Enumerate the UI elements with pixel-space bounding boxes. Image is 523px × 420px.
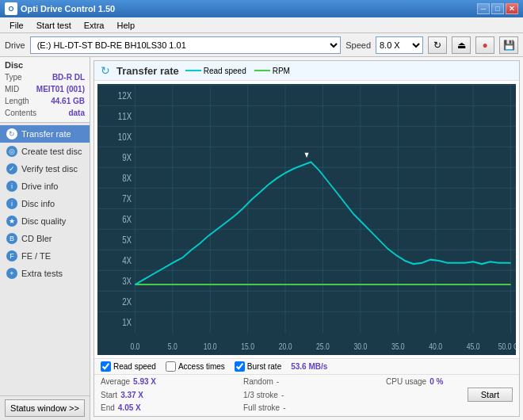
svg-text:15.0: 15.0	[241, 342, 254, 351]
disc-type-row: Type BD-R DL	[5, 71, 85, 83]
stats-row-2: Start 3.37 X 1/3 stroke - Start	[101, 388, 513, 402]
stat-full-stroke-label: Full stroke	[243, 403, 280, 412]
burn-button[interactable]: ●	[475, 36, 494, 54]
svg-text:2X: 2X	[122, 296, 132, 307]
speed-label: Speed	[345, 40, 371, 50]
read-speed-checkbox[interactable]	[101, 361, 111, 372]
nav-label-create-test-disc: Create test disc	[21, 147, 82, 156]
burst-rate-checkbox[interactable]	[235, 361, 245, 372]
legend-read-speed: Read speed	[185, 67, 246, 75]
nav-label-disc-info: Disc info	[21, 199, 55, 208]
legend-label-rpm: RPM	[273, 67, 290, 75]
disc-mid-val: MEIT01 (001)	[36, 83, 85, 95]
nav-cd-bler[interactable]: B CD Bler	[0, 230, 90, 247]
nav-extra-tests[interactable]: + Extra tests	[0, 265, 90, 282]
disc-length-row: Length 44.61 GB	[5, 95, 85, 107]
sidebar: Disc Type BD-R DL MID MEIT01 (001) Lengt…	[0, 57, 90, 420]
nav-drive-info[interactable]: i Drive info	[0, 178, 90, 195]
chart-icon: ↻	[101, 64, 110, 77]
burst-rate-label: Burst rate	[247, 362, 281, 371]
stat-full-stroke: Full stroke -	[243, 403, 370, 412]
refresh-button[interactable]: ↻	[428, 36, 447, 54]
svg-text:5.0: 5.0	[168, 342, 178, 351]
disc-mid-row: MID MEIT01 (001)	[5, 83, 85, 95]
drive-bar: Drive (E:) HL-DT-ST BD-RE BH10LS30 1.01 …	[0, 33, 523, 57]
nav-transfer-rate[interactable]: ↻ Transfer rate	[0, 125, 90, 143]
nav-fe-te[interactable]: F FE / TE	[0, 247, 90, 265]
legend-color-green	[254, 70, 270, 71]
nav-label-transfer-rate: Transfer rate	[21, 129, 71, 139]
svg-text:▼: ▼	[303, 150, 311, 159]
stat-avg-val: 5.93 X	[133, 377, 156, 386]
main-layout: Disc Type BD-R DL MID MEIT01 (001) Lengt…	[0, 57, 523, 420]
window-controls: ─ □ ✕	[477, 3, 518, 14]
svg-text:8X: 8X	[122, 173, 132, 183]
status-window-button[interactable]: Status window >>	[5, 399, 85, 417]
stat-start-label: Start	[101, 391, 117, 399]
nav-icon-fe-te: F	[6, 250, 17, 262]
svg-text:11X: 11X	[118, 111, 132, 121]
chart-panel: ↻ Transfer rate Read speed RPM	[94, 60, 520, 417]
svg-text:7X: 7X	[122, 193, 132, 204]
access-times-label: Access times	[178, 362, 225, 371]
nav-disc-quality[interactable]: ★ Disc quality	[0, 212, 90, 230]
read-speed-label: Read speed	[113, 362, 156, 371]
stats-row-3: End 4.05 X Full stroke -	[101, 403, 513, 412]
nav-verify-test-disc[interactable]: ✓ Verify test disc	[0, 160, 90, 178]
svg-text:0.0: 0.0	[130, 342, 139, 351]
nav-disc-info[interactable]: i Disc info	[0, 195, 90, 212]
drive-select[interactable]: (E:) HL-DT-ST BD-RE BH10LS30 1.01	[30, 36, 342, 54]
nav-label-verify-test-disc: Verify test disc	[21, 164, 78, 174]
access-times-checkbox[interactable]	[166, 361, 176, 372]
chart-controls: Read speed Access times Burst rate 53.6 …	[94, 358, 519, 374]
read-speed-checkbox-group: Read speed	[101, 361, 156, 372]
nav-label-disc-quality: Disc quality	[21, 216, 66, 226]
nav-label-drive-info: Drive info	[21, 181, 58, 191]
chart-title: Transfer rate	[116, 65, 179, 77]
svg-text:20.0: 20.0	[279, 342, 292, 351]
stat-end-val: 4.05 X	[118, 403, 141, 412]
minimize-button[interactable]: ─	[477, 3, 490, 14]
legend-color-cyan	[185, 70, 201, 71]
maximize-button[interactable]: □	[491, 3, 504, 14]
save-button[interactable]: 💾	[499, 36, 518, 54]
nav-icon-create-test-disc: ◎	[6, 146, 17, 157]
start-button[interactable]: Start	[468, 388, 513, 402]
main-content: ↻ Transfer rate Read speed RPM	[90, 57, 523, 420]
legend-rpm: RPM	[254, 67, 290, 75]
nav-label-fe-te: FE / TE	[21, 251, 51, 261]
disc-length-val: 44.61 GB	[51, 95, 85, 107]
nav-icon-transfer-rate: ↻	[6, 128, 17, 139]
nav-label-cd-bler: CD Bler	[21, 234, 52, 243]
menu-file[interactable]: File	[3, 20, 30, 31]
stat-random-label: Random	[243, 377, 273, 386]
stat-third-stroke-val: -	[281, 391, 284, 399]
nav-icon-verify-test-disc: ✓	[6, 163, 17, 174]
disc-contents-row: Contents data	[5, 107, 85, 119]
speed-select[interactable]: 8.0 X	[376, 36, 423, 54]
nav-icon-drive-info: i	[6, 181, 17, 192]
svg-text:50.0 GB: 50.0 GB	[498, 342, 516, 351]
stat-average: Average 5.93 X	[101, 377, 227, 386]
nav-create-test-disc[interactable]: ◎ Create test disc	[0, 143, 90, 160]
app-icon: O	[5, 2, 17, 15]
nav-icon-disc-quality: ★	[6, 216, 17, 227]
chart-svg: 12X 11X 10X 9X 8X 7X 6X 5X 4X 3X 2X 1X 0…	[97, 84, 516, 355]
menu-extra[interactable]: Extra	[78, 20, 111, 31]
menu-help[interactable]: Help	[110, 20, 141, 31]
svg-text:1X: 1X	[122, 317, 132, 327]
close-button[interactable]: ✕	[506, 3, 518, 14]
eject-button[interactable]: ⏏	[452, 36, 471, 54]
stat-end-label: End	[101, 403, 115, 412]
burst-rate-value: 53.6 MB/s	[291, 362, 327, 371]
stat-avg-label: Average	[101, 377, 130, 386]
chart-legend: Read speed RPM	[185, 67, 290, 75]
nav-icon-cd-bler: B	[6, 233, 17, 244]
legend-label-read-speed: Read speed	[204, 67, 246, 75]
menu-start-test[interactable]: Start test	[30, 20, 78, 31]
nav-label-extra-tests: Extra tests	[21, 269, 63, 278]
nav-items: ↻ Transfer rate ◎ Create test disc ✓ Ver…	[0, 123, 90, 284]
svg-text:12X: 12X	[118, 90, 132, 101]
menu-bar: File Start test Extra Help	[0, 17, 523, 33]
stat-end: End 4.05 X	[101, 403, 227, 412]
